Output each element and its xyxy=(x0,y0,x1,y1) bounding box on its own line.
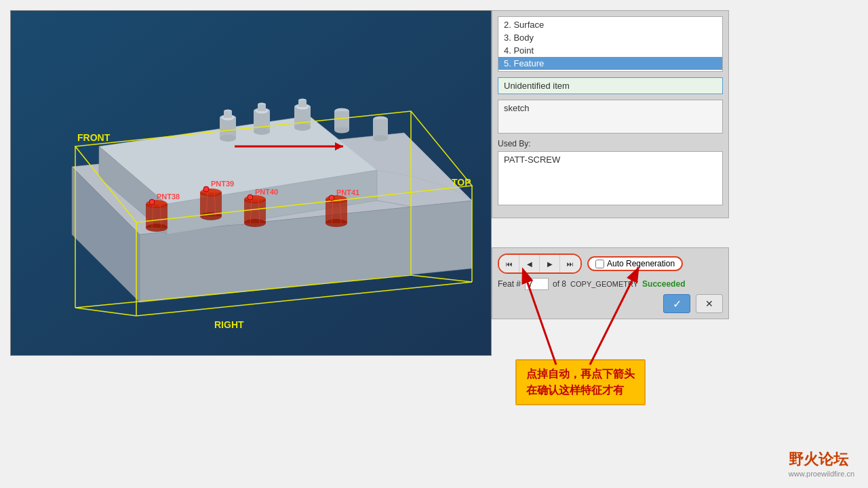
filter-surface[interactable]: 2. Surface xyxy=(498,18,722,31)
svg-text:PNT40: PNT40 xyxy=(255,188,278,196)
right-panel: 2. Surface 3. Body 4. Point 5. Feature U… xyxy=(492,10,729,218)
nav-next-button[interactable]: ▶ xyxy=(540,255,560,272)
svg-point-69 xyxy=(149,199,155,205)
svg-point-73 xyxy=(248,195,253,200)
svg-text:PNT38: PNT38 xyxy=(157,192,180,201)
nav-controls: ⏮ ◀ ▶ ⏭ Auto Regeneration Feat # of 8 CO… xyxy=(492,247,729,319)
svg-rect-18 xyxy=(258,104,266,111)
nav-last-button[interactable]: ⏭ xyxy=(560,255,580,272)
filter-point[interactable]: 4. Point xyxy=(498,44,722,57)
filter-body[interactable]: 3. Body xyxy=(498,31,722,44)
of-label: of 8 xyxy=(553,279,566,289)
auto-regen-label[interactable]: Auto Regeneration xyxy=(587,256,683,271)
svg-point-27 xyxy=(334,127,349,134)
svg-rect-24 xyxy=(298,100,307,107)
cancel-button[interactable]: ✕ xyxy=(696,294,723,313)
feat-type-label: COPY_GEOMETRY xyxy=(570,280,638,288)
3d-viewport: FRONT TOP RIGHT PNT38 PNT39 PNT40 PNT41 xyxy=(10,10,492,356)
svg-text:PNT41: PNT41 xyxy=(336,188,359,197)
svg-point-30 xyxy=(373,136,388,142)
svg-point-71 xyxy=(203,186,209,192)
sketch-box: sketch xyxy=(498,100,723,134)
filter-list[interactable]: 2. Surface 3. Body 4. Point 5. Feature xyxy=(498,16,723,72)
annotation-line2: 在确认这样特征才有 xyxy=(526,382,635,399)
filter-feature[interactable]: 5. Feature xyxy=(498,57,722,70)
svg-point-33 xyxy=(146,224,167,232)
annotation-line1: 点掉自动，再点下箭头 xyxy=(526,366,635,382)
feat-label: Feat # xyxy=(498,279,521,289)
feat-status-label: Succeeded xyxy=(642,279,685,289)
svg-point-15 xyxy=(254,128,270,135)
svg-point-21 xyxy=(294,124,311,131)
auto-regen-text: Auto Regeneration xyxy=(607,259,675,268)
feat-number-input[interactable] xyxy=(525,278,549,290)
annotation-box: 点掉自动，再点下箭头 在确认这样特征才有 xyxy=(515,359,646,405)
svg-point-9 xyxy=(220,135,236,142)
used-by-label: Used By: xyxy=(498,139,723,148)
unidentified-item-box: Unidentified item xyxy=(498,77,723,94)
nav-prev-button[interactable]: ◀ xyxy=(519,255,540,272)
svg-point-51 xyxy=(326,219,347,227)
svg-point-45 xyxy=(244,219,266,227)
nav-first-button[interactable]: ⏮ xyxy=(499,255,519,272)
svg-text:TOP: TOP xyxy=(452,177,471,188)
svg-rect-12 xyxy=(224,111,232,118)
watermark-logo-text: 野火论坛 xyxy=(789,449,848,470)
patt-screw-box: PATT-SCREW xyxy=(498,151,723,205)
svg-text:PNT39: PNT39 xyxy=(211,180,234,188)
auto-regen-checkbox[interactable] xyxy=(595,260,604,268)
svg-text:FRONT: FRONT xyxy=(77,132,111,143)
svg-point-75 xyxy=(329,195,334,201)
nav-buttons-group[interactable]: ⏮ ◀ ▶ ⏭ xyxy=(498,253,582,274)
ok-button[interactable]: ✓ xyxy=(663,294,690,313)
watermark: 野火论坛 www.proewildfire.cn xyxy=(789,449,854,478)
watermark-url: www.proewildfire.cn xyxy=(789,470,854,478)
svg-text:RIGHT: RIGHT xyxy=(214,319,244,330)
